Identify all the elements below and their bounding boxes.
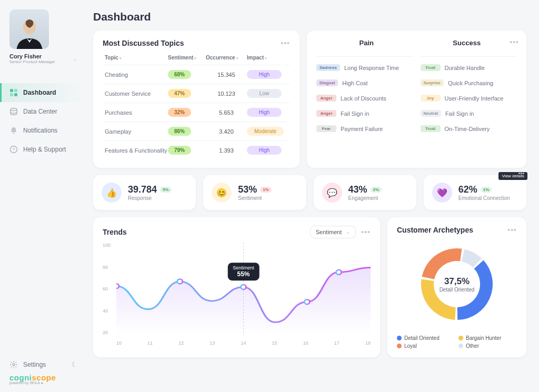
kpi-card[interactable]: 😊 53%1% Sentiment bbox=[203, 175, 306, 210]
legend-dot bbox=[458, 344, 463, 348]
emotion-pill: Fear bbox=[316, 125, 336, 132]
bell-icon bbox=[9, 126, 18, 135]
more-icon[interactable]: ••• bbox=[510, 38, 519, 46]
kpi-card[interactable]: 💬 43%2% Engagement bbox=[314, 175, 416, 210]
legend-label: Detail Oriented bbox=[404, 335, 440, 341]
sidebar: Cory Fisher Senior Product Manager ⌄ Das… bbox=[0, 0, 87, 392]
emotion-pill: Trust bbox=[421, 64, 441, 71]
svg-text:?: ? bbox=[12, 147, 15, 152]
col-sentiment[interactable]: Sentiment bbox=[168, 55, 206, 61]
sidebar-item-dashboard[interactable]: Dashboard bbox=[0, 83, 87, 102]
table-row[interactable]: Customer Service 47% 10.123 Low bbox=[103, 84, 290, 103]
nav: Dashboard Data Center Notifications ? He… bbox=[0, 83, 87, 159]
table-row[interactable]: Features & Functionality 79% 1.393 High bbox=[103, 140, 290, 159]
kpi-delta: 1% bbox=[260, 187, 272, 193]
donut-label: Detail Oriented bbox=[440, 287, 475, 293]
database-icon bbox=[9, 107, 18, 116]
legend-item[interactable]: Bargain Hunter bbox=[458, 335, 517, 341]
list-item[interactable]: NeutralFail Sign in bbox=[421, 110, 517, 117]
sidebar-item-notifications[interactable]: Notifications bbox=[0, 121, 87, 140]
legend-item[interactable]: Other bbox=[458, 343, 517, 349]
emotion-pill: Neutral bbox=[421, 110, 442, 117]
list-item[interactable]: AngerFail Sign in bbox=[316, 110, 413, 117]
emotion-pill: Disgust bbox=[316, 79, 338, 86]
svg-point-5 bbox=[11, 108, 17, 110]
svg-point-12 bbox=[177, 279, 183, 284]
topics-header: Topic Sentiment Occurrence Impact bbox=[103, 53, 290, 65]
topic-cell: Purchases bbox=[105, 109, 168, 116]
emotion-pill: Joy bbox=[421, 95, 441, 102]
col-topic[interactable]: Topic bbox=[105, 55, 168, 61]
list-item[interactable]: JoyUser-Friendly Interface bbox=[421, 95, 517, 102]
kpi-label: Emotional Connection bbox=[458, 195, 510, 201]
moon-icon[interactable]: ☾ bbox=[72, 361, 77, 368]
list-item[interactable]: SurpriseQuick Purchasing bbox=[421, 79, 517, 86]
legend-item[interactable]: Loyal bbox=[397, 343, 455, 349]
more-icon[interactable]: ••• bbox=[361, 228, 371, 236]
pain-success-card: Pain Success ••• SadnessLong Response Ti… bbox=[307, 31, 526, 168]
table-row[interactable]: Purchases 32% 5.653 High bbox=[103, 103, 290, 122]
occurrence-cell: 5.653 bbox=[206, 109, 247, 116]
impact-pill: High bbox=[247, 146, 282, 155]
kpi-icon: 👍 bbox=[102, 183, 122, 203]
sidebar-item-data-center[interactable]: Data Center bbox=[0, 102, 87, 121]
occurrence-cell: 15.345 bbox=[206, 72, 247, 78]
kpi-label: Response bbox=[128, 195, 172, 201]
list-item-text: Quick Purchasing bbox=[448, 80, 493, 86]
kpi-icon: 💬 bbox=[322, 183, 342, 203]
list-item[interactable]: DisgustHigh Cost bbox=[316, 79, 413, 86]
topic-cell: Features & Functionality bbox=[105, 147, 168, 154]
chevron-down-icon[interactable]: ⌄ bbox=[73, 56, 77, 62]
donut-value: 37,5% bbox=[440, 276, 475, 287]
more-icon[interactable]: ••• bbox=[281, 39, 290, 47]
main-content: Dashboard Most Discussed Topics ••• Topi… bbox=[87, 0, 539, 392]
sidebar-item-help[interactable]: ? Help & Support bbox=[0, 140, 87, 159]
profile-role: Senior Product Manager bbox=[9, 59, 55, 64]
more-icon[interactable]: ••• bbox=[518, 170, 524, 176]
emotion-pill: Sadness bbox=[316, 64, 340, 71]
archetypes-title: Customer Archetypes bbox=[397, 226, 473, 234]
list-item[interactable]: FearPayment Failure bbox=[316, 125, 413, 132]
trends-chart[interactable]: 10080604020 Sentiment 55% 10111213141516… bbox=[103, 243, 371, 346]
sentiment-pill: 68% bbox=[168, 70, 191, 79]
trends-dropdown[interactable]: Sentiment ⌄ bbox=[310, 226, 356, 238]
list-item[interactable]: SadnessLong Response Time bbox=[316, 64, 413, 71]
sidebar-item-label: Data Center bbox=[23, 108, 57, 115]
kpi-card[interactable]: View details••• 💜 62%1% Emotional Connec… bbox=[424, 175, 526, 210]
svg-point-14 bbox=[304, 299, 310, 304]
table-row[interactable]: Gameplay 86% 3.420 Moderate bbox=[103, 122, 290, 140]
occurrence-cell: 10.123 bbox=[206, 91, 247, 97]
impact-pill: High bbox=[247, 70, 282, 79]
svg-point-6 bbox=[13, 133, 14, 134]
settings-label: Settings bbox=[23, 361, 46, 368]
sentiment-pill: 47% bbox=[168, 89, 191, 98]
list-item[interactable]: AngerLack of Discounts bbox=[316, 95, 413, 102]
kpi-value: 39.784 bbox=[128, 184, 157, 195]
table-row[interactable]: Cheating 68% 15.345 High bbox=[103, 65, 290, 84]
avatar[interactable] bbox=[9, 9, 49, 49]
kpi-card[interactable]: 👍 39.7845% Response bbox=[93, 175, 196, 210]
legend-item[interactable]: Detail Oriented bbox=[397, 335, 455, 341]
more-icon[interactable]: ••• bbox=[507, 226, 517, 234]
col-impact[interactable]: Impact bbox=[247, 55, 289, 61]
list-item[interactable]: TrustOn-Time-Delivery bbox=[421, 125, 517, 132]
sidebar-item-settings[interactable]: Settings bbox=[9, 360, 46, 369]
tooltip-value: 55% bbox=[233, 270, 254, 278]
gear-icon bbox=[9, 360, 18, 369]
tab-success[interactable]: Success bbox=[417, 39, 517, 51]
archetypes-donut[interactable]: 37,5% Detail Oriented bbox=[412, 239, 502, 329]
svg-rect-2 bbox=[14, 89, 17, 92]
topics-title: Most Discussed Topics bbox=[103, 39, 184, 47]
occurrence-cell: 3.420 bbox=[206, 128, 247, 135]
col-occurrence[interactable]: Occurrence bbox=[206, 55, 247, 61]
emotion-pill: Anger bbox=[316, 110, 336, 117]
kpi-label: Engagement bbox=[348, 195, 382, 201]
list-item-text: Fail Sign in bbox=[445, 110, 474, 117]
list-item-text: Payment Failure bbox=[341, 126, 383, 132]
kpi-label: Sentiment bbox=[238, 195, 272, 201]
list-item[interactable]: TrustDurable Handle bbox=[421, 64, 517, 71]
tab-pain[interactable]: Pain bbox=[316, 39, 417, 51]
topic-cell: Gameplay bbox=[105, 128, 168, 135]
archetypes-card: Customer Archetypes ••• 37,5% Detail Ori… bbox=[387, 217, 526, 357]
page-title: Dashboard bbox=[93, 11, 526, 23]
